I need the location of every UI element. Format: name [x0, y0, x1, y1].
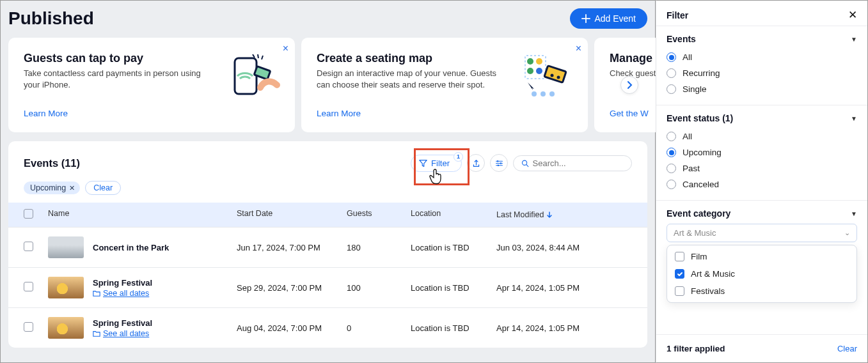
search-input[interactable] [533, 158, 624, 168]
filter-panel-title: Filter [667, 10, 688, 20]
filter-count-badge: 1 [454, 152, 463, 162]
close-icon[interactable]: × [283, 43, 288, 54]
category-option[interactable]: Film [667, 248, 856, 265]
clear-all-filters-button[interactable]: Clear [837, 344, 857, 353]
checkbox-icon [675, 269, 684, 279]
col-location[interactable]: Location [411, 209, 496, 220]
svg-point-12 [549, 91, 555, 97]
cell-modified: Apr 14, 2024, 1:05 PM [496, 323, 624, 333]
radio-icon [667, 52, 676, 62]
add-event-button[interactable]: Add Event [570, 8, 647, 29]
table-row[interactable]: Spring FestivalSee all dates Aug 04, 202… [8, 307, 647, 348]
svg-point-9 [557, 76, 560, 79]
cell-start-date: Sep 29, 2024, 7:00 PM [237, 283, 347, 293]
event-thumbnail [48, 317, 84, 339]
filter-panel: Filter ✕ Events ▼ AllRecurringSingle Eve… [656, 0, 868, 363]
export-button[interactable] [467, 154, 485, 172]
events-title: Events (11) [24, 157, 80, 169]
section-label: Event category [667, 208, 730, 219]
chevron-down-icon[interactable]: ▼ [851, 115, 857, 122]
svg-point-8 [551, 74, 554, 77]
filter-option[interactable]: Single [667, 81, 857, 97]
filter-option[interactable]: Past [667, 160, 857, 176]
card-desc: Design an interactive map of your venue.… [317, 68, 502, 90]
filter-section-status: Event status (1) ▼ AllUpcomingPastCancel… [656, 105, 867, 200]
cell-location: Location is TBD [411, 283, 496, 293]
filter-chip-upcoming[interactable]: Upcoming ✕ [24, 182, 80, 194]
see-all-dates-link[interactable]: See all dates [93, 289, 152, 298]
row-checkbox[interactable] [24, 322, 33, 332]
tap-to-pay-icon [231, 54, 281, 102]
events-panel: Events (11) Filter 1 [8, 141, 647, 348]
row-checkbox[interactable] [24, 242, 33, 251]
svg-point-6 [536, 68, 542, 74]
learn-more-link[interactable]: Learn More [24, 109, 280, 118]
category-option[interactable]: Festivals [667, 282, 856, 300]
search-box[interactable] [513, 155, 632, 171]
close-icon[interactable]: ✕ [848, 8, 857, 22]
close-icon[interactable]: × [576, 43, 581, 54]
filter-option[interactable]: Recurring [667, 65, 857, 81]
seating-map-icon [524, 54, 574, 102]
filter-option[interactable]: All [667, 49, 857, 65]
section-label: Events [667, 34, 696, 44]
svg-point-10 [532, 91, 537, 97]
row-checkbox[interactable] [24, 282, 33, 291]
filter-option[interactable]: Upcoming [667, 144, 857, 160]
checkbox-icon [675, 286, 684, 296]
event-thumbnail [48, 236, 84, 258]
chevron-right-icon [626, 81, 633, 89]
svg-point-11 [541, 91, 546, 97]
chip-label: Upcoming [30, 183, 66, 192]
option-label: Past [683, 164, 700, 173]
filter-option[interactable]: All [667, 128, 857, 144]
filter-button[interactable]: Filter 1 [411, 155, 462, 172]
col-last-modified[interactable]: Last Modified [496, 209, 624, 220]
category-select[interactable]: Art & Music ⌄ [667, 224, 857, 242]
option-label: Canceled [683, 180, 719, 189]
table-row[interactable]: Spring FestivalSee all dates Sep 29, 202… [8, 267, 647, 307]
table-row[interactable]: Concert in the Park Jun 17, 2024, 7:00 P… [8, 227, 647, 267]
chevron-down-icon[interactable]: ▼ [851, 36, 857, 43]
category-placeholder: Art & Music [674, 228, 716, 238]
option-label: All [683, 132, 692, 141]
cell-guests: 0 [347, 323, 411, 333]
col-guests[interactable]: Guests [347, 209, 411, 220]
category-option[interactable]: Art & Music [667, 265, 856, 282]
cell-start-date: Aug 04, 2024, 7:00 PM [237, 323, 347, 333]
chevron-down-icon[interactable]: ▼ [851, 210, 857, 217]
promo-cards-row: × Guests can tap to pay Take contactless… [8, 38, 647, 132]
customize-columns-button[interactable] [490, 154, 508, 172]
svg-point-3 [527, 58, 533, 65]
chevron-down-icon: ⌄ [844, 229, 850, 237]
svg-point-15 [497, 164, 498, 166]
cell-location: Location is TBD [411, 243, 496, 252]
radio-icon [667, 164, 676, 173]
see-all-dates-link[interactable]: See all dates [93, 329, 152, 338]
upload-icon [472, 159, 480, 167]
section-label: Event status (1) [667, 113, 733, 123]
folder-icon [93, 290, 100, 297]
option-label: Festivals [691, 286, 725, 296]
filter-option[interactable]: Canceled [667, 176, 857, 192]
category-dropdown: FilmArt & MusicFestivals [667, 245, 857, 303]
page-title: Published [8, 8, 94, 29]
filter-label: Filter [431, 158, 450, 168]
radio-icon [667, 84, 676, 94]
select-all-checkbox[interactable] [24, 209, 33, 219]
carousel-next-button[interactable] [620, 76, 638, 94]
clear-filters-button[interactable]: Clear [85, 181, 121, 195]
filter-section-events: Events ▼ AllRecurringSingle [656, 26, 867, 105]
col-name[interactable]: Name [48, 209, 237, 220]
col-start-date[interactable]: Start Date [237, 209, 347, 220]
svg-point-14 [500, 162, 501, 164]
sliders-icon [495, 159, 503, 167]
card-seating-map: × Create a seating map Design an interac… [301, 38, 588, 132]
chip-remove-icon[interactable]: ✕ [69, 184, 75, 192]
cell-guests: 180 [347, 243, 411, 252]
event-name: Spring Festival [93, 278, 152, 288]
svg-point-13 [496, 160, 498, 162]
learn-more-link[interactable]: Learn More [317, 109, 572, 118]
option-label: Upcoming [683, 148, 722, 157]
option-label: All [683, 52, 692, 62]
